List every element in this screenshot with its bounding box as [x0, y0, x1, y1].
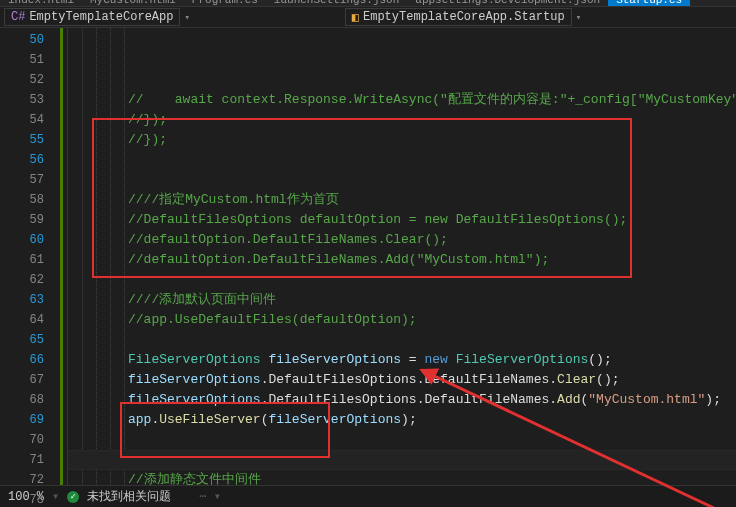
line-number: 63 [0, 290, 44, 310]
code-line[interactable]: //}); [68, 130, 736, 150]
tab-appsettings[interactable]: appsettings.Development.json [407, 0, 608, 6]
tab-mycustom[interactable]: MyCustom.html [82, 0, 184, 6]
line-number: 61 [0, 250, 44, 270]
line-number: 53 [0, 90, 44, 110]
code-line[interactable]: //DefaultFilesOptions defaultOption = ne… [68, 210, 736, 230]
breadcrumb-project[interactable]: C# EmptyTemplateCoreApp [4, 8, 180, 26]
tab-startup[interactable]: Startup.cs [608, 0, 690, 6]
line-number: 54 [0, 110, 44, 130]
line-number: 57 [0, 170, 44, 190]
code-line[interactable]: //defaultOption.DefaultFileNames.Clear()… [68, 230, 736, 250]
line-number: 67 [0, 370, 44, 390]
code-line[interactable]: //app.UseDefaultFiles(defaultOption); [68, 310, 736, 330]
code-line[interactable]: // await context.Response.WriteAsync("配置… [68, 90, 736, 110]
line-number: 71 [0, 450, 44, 470]
code-area[interactable]: // await context.Response.WriteAsync("配置… [68, 28, 736, 485]
code-line[interactable]: fileServerOptions.DefaultFilesOptions.De… [68, 370, 736, 390]
code-line[interactable]: ////添加默认页面中间件 [68, 290, 736, 310]
csharp-icon: C# [11, 10, 25, 24]
line-number: 73 [0, 490, 44, 507]
code-line[interactable]: ////指定MyCustom.html作为首页 [68, 190, 736, 210]
code-editor[interactable]: 5051525354555657585960616263646566676869… [0, 28, 736, 485]
code-line[interactable]: fileServerOptions.DefaultFilesOptions.De… [68, 390, 736, 410]
tab-index[interactable]: index.html [0, 0, 82, 6]
breadcrumb-class-label: EmptyTemplateCoreApp.Startup [363, 10, 565, 24]
breadcrumb-class[interactable]: ◧ EmptyTemplateCoreApp.Startup [345, 8, 572, 26]
status-bar: 100 % ▾ ✓ 未找到相关问题 ⋯ ▾ [0, 485, 736, 507]
breadcrumb: C# EmptyTemplateCoreApp ▾ ◧ EmptyTemplat… [0, 6, 736, 28]
line-number: 69 [0, 410, 44, 430]
class-icon: ◧ [352, 10, 359, 25]
breadcrumb-project-label: EmptyTemplateCoreApp [29, 10, 173, 24]
code-line[interactable] [68, 270, 736, 290]
line-number: 62 [0, 270, 44, 290]
code-line[interactable]: FileServerOptions fileServerOptions = ne… [68, 350, 736, 370]
line-number: 60 [0, 230, 44, 250]
line-number-gutter: 5051525354555657585960616263646566676869… [0, 28, 56, 485]
line-number: 55 [0, 130, 44, 150]
tab-bar: index.html MyCustom.html Program.cs laun… [0, 0, 736, 6]
code-line[interactable] [68, 150, 736, 170]
line-number: 68 [0, 390, 44, 410]
code-line[interactable]: //}); [68, 110, 736, 130]
chevron-down-icon[interactable]: ▾ [184, 12, 189, 23]
overflow-icon[interactable]: ⋯ ▾ [199, 489, 221, 504]
chevron-down-icon[interactable]: ▾ [576, 12, 581, 23]
line-number: 66 [0, 350, 44, 370]
status-ok-icon: ✓ [67, 491, 79, 503]
line-number: 70 [0, 430, 44, 450]
line-number: 51 [0, 50, 44, 70]
code-line[interactable] [68, 450, 736, 470]
change-marks [56, 28, 68, 485]
code-line[interactable] [68, 430, 736, 450]
line-number: 65 [0, 330, 44, 350]
code-line[interactable]: app.UseFileServer(fileServerOptions); [68, 410, 736, 430]
code-line[interactable] [68, 330, 736, 350]
code-line[interactable]: //defaultOption.DefaultFileNames.Add("My… [68, 250, 736, 270]
line-number: 52 [0, 70, 44, 90]
line-number: 50 [0, 30, 44, 50]
line-number: 64 [0, 310, 44, 330]
tab-launchsettings[interactable]: launchSettings.json [266, 0, 407, 6]
line-number: 72 [0, 470, 44, 490]
problems-status[interactable]: 未找到相关问题 [87, 488, 171, 505]
code-line[interactable] [68, 170, 736, 190]
line-number: 56 [0, 150, 44, 170]
line-number: 58 [0, 190, 44, 210]
tab-program[interactable]: Program.cs [184, 0, 266, 6]
code-line[interactable]: //添加静态文件中间件 [68, 470, 736, 485]
line-number: 59 [0, 210, 44, 230]
